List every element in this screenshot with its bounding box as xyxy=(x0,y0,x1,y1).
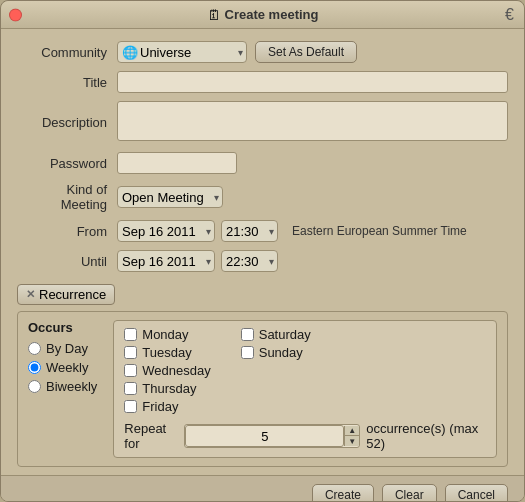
thursday-checkbox[interactable] xyxy=(124,382,137,395)
occurs-label: Occurs xyxy=(28,320,97,335)
from-label: From xyxy=(17,224,117,239)
radio-by-day: By Day xyxy=(28,341,97,356)
kind-row: Kind of Meeting Open Meeting xyxy=(17,182,508,212)
until-date-select[interactable]: Sep 16 2011 xyxy=(117,250,215,272)
radio-weekly-input[interactable] xyxy=(28,361,41,374)
community-select[interactable]: Universe xyxy=(117,41,247,63)
repeat-row: Repeat for ▲ ▼ occurrence(s) (max 52) xyxy=(124,421,486,451)
password-control xyxy=(117,152,508,174)
day-tuesday: Tuesday xyxy=(124,345,210,360)
cancel-button[interactable]: Cancel xyxy=(445,484,508,502)
saturday-checkbox[interactable] xyxy=(241,328,254,341)
day-wednesday: Wednesday xyxy=(124,363,210,378)
kind-control: Open Meeting xyxy=(117,186,508,208)
window: 🗓 Create meeting € Community 🌐 Universe … xyxy=(0,0,525,502)
title-control xyxy=(117,71,508,93)
recurrence-button[interactable]: ✕ Recurrence xyxy=(17,284,115,305)
until-controls: Sep 16 2011 22:30 xyxy=(117,250,508,272)
kind-select-wrap: Open Meeting xyxy=(117,186,223,208)
set-default-button[interactable]: Set As Default xyxy=(255,41,357,63)
radio-weekly: Weekly xyxy=(28,360,97,375)
monday-label: Monday xyxy=(142,327,188,342)
title-label: Title xyxy=(17,75,117,90)
password-label: Password xyxy=(17,156,117,171)
kind-select[interactable]: Open Meeting xyxy=(117,186,223,208)
title-row: Title xyxy=(17,71,508,93)
recurrence-panel: Occurs By Day Weekly Biweekly xyxy=(17,311,508,467)
recurrence-btn-wrap: ✕ Recurrence xyxy=(17,280,508,311)
until-time-wrap: 22:30 xyxy=(221,250,278,272)
radio-biweekly-label: Biweekly xyxy=(46,379,97,394)
window-title: Create meeting xyxy=(225,7,319,22)
until-time-select[interactable]: 22:30 xyxy=(221,250,278,272)
radio-biweekly-input[interactable] xyxy=(28,380,41,393)
radio-weekly-label: Weekly xyxy=(46,360,88,375)
until-date-wrap: Sep 16 2011 xyxy=(117,250,215,272)
kind-label: Kind of Meeting xyxy=(17,182,117,212)
tuesday-label: Tuesday xyxy=(142,345,191,360)
community-label: Community xyxy=(17,45,117,60)
from-date-select[interactable]: Sep 16 2011 xyxy=(117,220,215,242)
thursday-label: Thursday xyxy=(142,381,196,396)
from-time-select[interactable]: 21:30 xyxy=(221,220,278,242)
radio-biweekly: Biweekly xyxy=(28,379,97,394)
clear-button[interactable]: Clear xyxy=(382,484,437,502)
friday-label: Friday xyxy=(142,399,178,414)
tuesday-checkbox[interactable] xyxy=(124,346,137,359)
from-date-wrap: Sep 16 2011 xyxy=(117,220,215,242)
description-row: Description xyxy=(17,101,508,144)
until-row: Until Sep 16 2011 22:30 xyxy=(17,250,508,272)
day-thursday: Thursday xyxy=(124,381,210,396)
sunday-checkbox[interactable] xyxy=(241,346,254,359)
from-time-wrap: 21:30 xyxy=(221,220,278,242)
footer: Create Clear Cancel xyxy=(1,475,524,502)
days-columns: Monday Tuesday Wednesday Thursday xyxy=(124,327,486,415)
stepper-up-button[interactable]: ▲ xyxy=(345,426,359,436)
monday-checkbox[interactable] xyxy=(124,328,137,341)
title-input[interactable] xyxy=(117,71,508,93)
description-label: Description xyxy=(17,115,117,130)
window-controls xyxy=(9,8,22,21)
description-input[interactable] xyxy=(117,101,508,141)
close-button[interactable] xyxy=(9,8,22,21)
password-row: Password xyxy=(17,152,508,174)
titlebar: 🗓 Create meeting € xyxy=(1,1,524,29)
community-select-wrap-inner: Universe xyxy=(117,41,247,63)
day-monday: Monday xyxy=(124,327,210,342)
friday-checkbox[interactable] xyxy=(124,400,137,413)
community-row: Community 🌐 Universe Set As Default xyxy=(17,41,508,63)
saturday-label: Saturday xyxy=(259,327,311,342)
radio-by-day-input[interactable] xyxy=(28,342,41,355)
stepper-down-button[interactable]: ▼ xyxy=(345,436,359,446)
wednesday-checkbox[interactable] xyxy=(124,364,137,377)
from-row: From Sep 16 2011 21:30 Eastern European … xyxy=(17,220,508,242)
until-label: Until xyxy=(17,254,117,269)
wednesday-label: Wednesday xyxy=(142,363,210,378)
days-section: Monday Tuesday Wednesday Thursday xyxy=(113,320,497,458)
repeat-value-input[interactable] xyxy=(185,425,344,447)
day-friday: Friday xyxy=(124,399,210,414)
timezone-label: Eastern European Summer Time xyxy=(292,224,467,238)
password-input[interactable] xyxy=(117,152,237,174)
repeat-suffix-label: occurrence(s) (max 52) xyxy=(366,421,486,451)
days-col-2: Saturday Sunday xyxy=(241,327,311,415)
title-icon: 🗓 xyxy=(207,7,221,23)
radio-by-day-label: By Day xyxy=(46,341,88,356)
repeat-for-label: Repeat for xyxy=(124,421,178,451)
description-control xyxy=(117,101,508,144)
stepper-arrows: ▲ ▼ xyxy=(344,426,359,446)
sunday-label: Sunday xyxy=(259,345,303,360)
community-select-wrap: 🌐 Universe xyxy=(117,41,247,63)
create-button[interactable]: Create xyxy=(312,484,374,502)
repeat-stepper: ▲ ▼ xyxy=(184,424,360,448)
recurrence-x-icon: ✕ xyxy=(26,288,35,301)
day-sunday: Sunday xyxy=(241,345,311,360)
form-content: Community 🌐 Universe Set As Default Titl… xyxy=(1,29,524,475)
day-saturday: Saturday xyxy=(241,327,311,342)
community-controls: 🌐 Universe Set As Default xyxy=(117,41,508,63)
titlebar-end-icon: € xyxy=(505,6,514,24)
occurs-section: Occurs By Day Weekly Biweekly xyxy=(28,320,97,458)
days-col-1: Monday Tuesday Wednesday Thursday xyxy=(124,327,210,415)
recurrence-btn-label: Recurrence xyxy=(39,287,106,302)
from-controls: Sep 16 2011 21:30 Eastern European Summe… xyxy=(117,220,508,242)
